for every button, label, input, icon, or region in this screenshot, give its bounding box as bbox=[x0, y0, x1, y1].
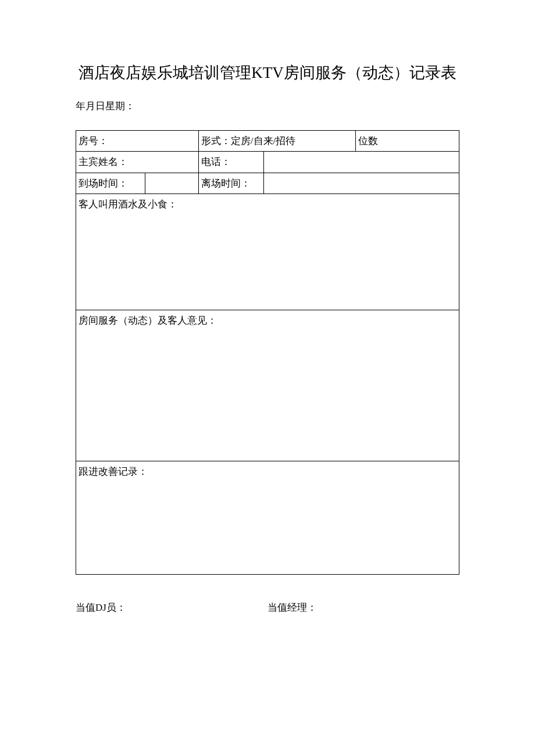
document-title: 酒店夜店娱乐城培训管理KTV房间服务（动态）记录表 bbox=[76, 58, 459, 88]
room-service-feedback-label: 房间服务（动态）及客人意见： bbox=[79, 315, 217, 326]
seats-label: 位数 bbox=[358, 135, 378, 146]
signature-line: 当值DJ员： 当值经理： bbox=[76, 601, 459, 614]
service-record-table: 房号： 形式：定房/自来/招待 位数 主宾姓名： 电话： 到场时间： 离场时间：… bbox=[76, 130, 459, 575]
date-label: 年月日星期： bbox=[76, 99, 459, 113]
table-row: 房间服务（动态）及客人意见： bbox=[76, 310, 459, 461]
leave-time-label: 离场时间： bbox=[201, 178, 251, 189]
arrive-time-label: 到场时间： bbox=[79, 178, 128, 189]
drinks-snacks-label: 客人叫用酒水及小食： bbox=[79, 199, 177, 210]
table-row: 跟进改善记录： bbox=[76, 461, 459, 574]
table-row: 客人叫用酒水及小食： bbox=[76, 194, 459, 310]
dj-signature-label: 当值DJ员： bbox=[76, 602, 126, 613]
phone-label: 电话： bbox=[201, 156, 231, 167]
table-row: 主宾姓名： 电话： bbox=[76, 152, 459, 173]
manager-signature-label: 当值经理： bbox=[268, 602, 317, 613]
table-row: 房号： 形式：定房/自来/招待 位数 bbox=[76, 131, 459, 152]
followup-record-label: 跟进改善记录： bbox=[79, 466, 148, 477]
table-row: 到场时间： 离场时间： bbox=[76, 173, 459, 194]
guest-name-label: 主宾姓名： bbox=[79, 156, 128, 167]
booking-type-label: 形式：定房/自来/招待 bbox=[201, 135, 295, 146]
room-number-label: 房号： bbox=[79, 135, 108, 146]
